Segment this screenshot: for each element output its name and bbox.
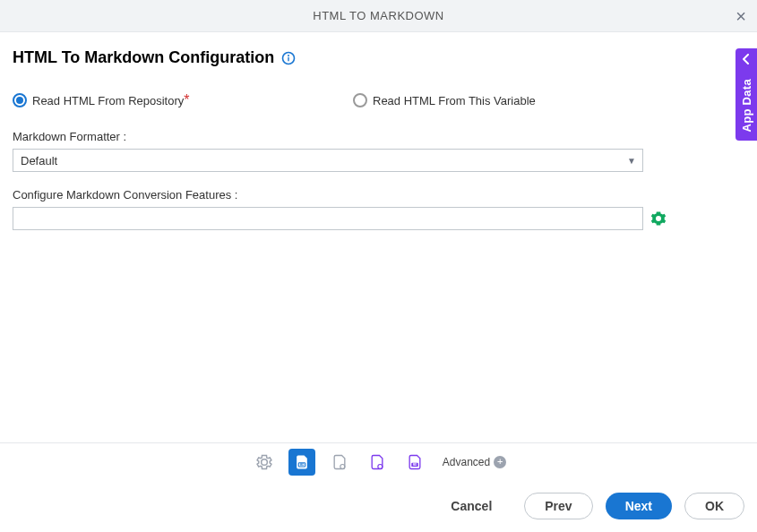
config-title-row: HTML To Markdown Configuration — [13, 48, 744, 67]
gear-icon — [650, 210, 667, 227]
document-gear-icon — [331, 453, 348, 471]
close-button[interactable]: × — [735, 7, 746, 25]
toolbar-doc-settings-button[interactable] — [326, 449, 353, 476]
svg-text:MD: MD — [413, 463, 417, 467]
toolbar-settings-button[interactable] — [251, 449, 278, 476]
formatter-select[interactable] — [13, 149, 643, 172]
radio-read-from-repository[interactable]: Read HTML From Repository* — [13, 92, 353, 108]
modal-body: HTML To Markdown Configuration Read HTML… — [0, 32, 757, 262]
toolbar-doc-config-button[interactable] — [364, 449, 391, 476]
prev-button[interactable]: Prev — [524, 493, 592, 519]
toolbar-markdown-button[interactable]: MD — [288, 449, 315, 476]
chevron-left-icon — [735, 48, 757, 68]
radio-label: Read HTML From This Variable — [373, 94, 536, 107]
formatter-label: Markdown Formatter : — [13, 130, 744, 143]
advanced-label: Advanced — [443, 456, 490, 468]
features-input[interactable] — [13, 207, 643, 230]
svg-point-1 — [288, 55, 289, 56]
formatter-field: Markdown Formatter : ▼ — [13, 130, 744, 172]
svg-point-5 — [340, 464, 345, 468]
svg-rect-2 — [288, 56, 289, 61]
markdown-file-icon: MD — [406, 453, 424, 471]
cancel-button[interactable]: Cancel — [431, 493, 512, 519]
radio-unselected-icon — [353, 93, 367, 107]
svg-text:MD: MD — [300, 463, 305, 467]
info-icon[interactable] — [281, 51, 296, 65]
toolbar-md-doc-button[interactable]: MD — [401, 449, 428, 476]
advanced-toggle[interactable]: Advanced + — [443, 456, 506, 468]
side-tab-label: App Data — [736, 68, 757, 141]
gear-icon — [255, 453, 273, 471]
radio-label: Read HTML From Repository — [32, 94, 184, 107]
plus-icon: + — [494, 456, 506, 468]
modal-header: HTML TO MARKDOWN × — [0, 0, 757, 32]
footer-buttons: Cancel Prev Next OK — [0, 480, 757, 532]
required-indicator: * — [184, 92, 189, 107]
markdown-document-icon: MD — [293, 453, 311, 471]
features-row — [13, 207, 744, 230]
ok-button[interactable]: OK — [684, 493, 744, 519]
page-title: HTML To Markdown Configuration — [13, 48, 274, 67]
next-button[interactable]: Next — [606, 493, 672, 519]
features-label: Configure Markdown Conversion Features : — [13, 188, 744, 202]
svg-point-6 — [378, 464, 383, 468]
document-cog-icon — [368, 453, 386, 471]
radio-selected-icon — [13, 93, 27, 107]
formatter-select-wrap: ▼ — [13, 149, 643, 172]
features-field: Configure Markdown Conversion Features : — [13, 188, 744, 230]
configure-features-button[interactable] — [650, 210, 667, 227]
bottom-toolbar: MD MD Advanced + — [0, 442, 757, 480]
close-icon: × — [735, 6, 746, 26]
modal-title: HTML TO MARKDOWN — [313, 9, 443, 22]
source-radio-group: Read HTML From Repository* Read HTML Fro… — [13, 92, 744, 108]
radio-read-from-variable[interactable]: Read HTML From This Variable — [353, 92, 536, 108]
app-data-side-tab[interactable]: App Data — [735, 48, 757, 141]
